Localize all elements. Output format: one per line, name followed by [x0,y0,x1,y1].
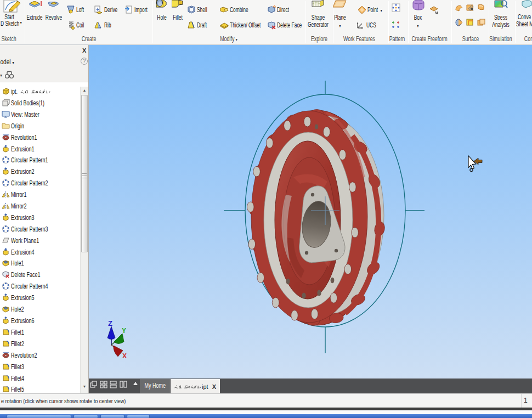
svg-text:Z: Z [108,319,112,327]
svg-text:X: X [122,352,127,360]
svg-text:Y: Y [122,327,126,335]
